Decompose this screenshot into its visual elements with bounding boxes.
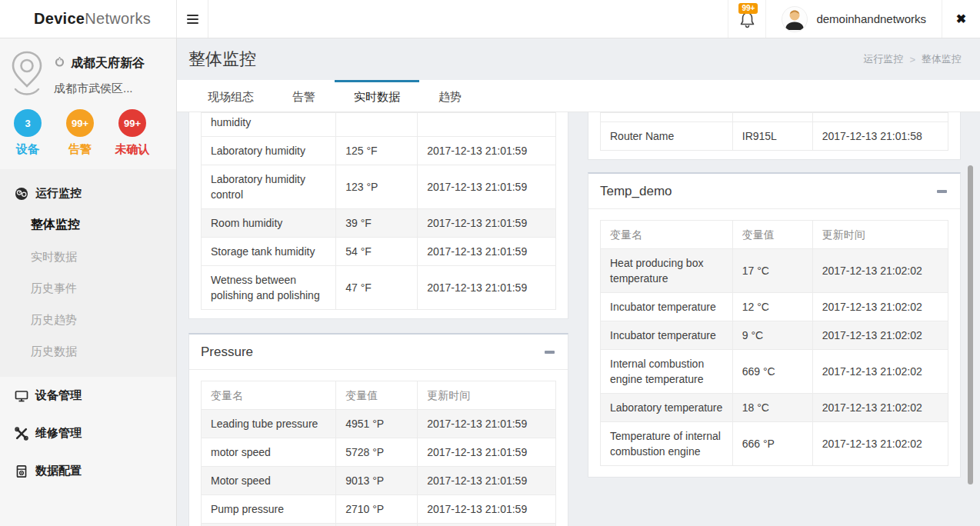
sidebar-item-history-events[interactable]: 历史事件 xyxy=(0,273,176,305)
devices-label: 设备 xyxy=(10,142,45,157)
sidebar-item-operation-monitoring[interactable]: 运行监控 xyxy=(0,180,176,208)
nav-parent-label: 运行监控 xyxy=(35,186,82,201)
nav-item-label: 维修管理 xyxy=(35,426,82,441)
var-time-cell: 2017-12-13 21:02:02 xyxy=(812,293,948,321)
left-column: humidityLaboratory humidity125 °F2017-12… xyxy=(188,112,568,526)
collapse-button[interactable] xyxy=(935,185,948,198)
clipped-row: humidity xyxy=(202,113,556,137)
column-header: 变量值 xyxy=(732,221,812,249)
tab-realtime-data[interactable]: 实时数据 xyxy=(335,80,419,112)
var-time-cell: 2017-12-13 21:01:59 xyxy=(418,467,556,495)
tab-bar: 现场组态 告警 实时数据 趋势 xyxy=(177,80,980,112)
stat-unconfirmed: 99+ 未确认 xyxy=(115,109,150,157)
breadcrumb-operation-monitoring[interactable]: 运行监控 xyxy=(863,52,903,66)
vertical-scrollbar-thumb[interactable] xyxy=(968,165,973,484)
sidebar-item-history-trends[interactable]: 历史趋势 xyxy=(0,305,176,336)
right-column: Router NameIR915L2017-12-13 21:01:58 Tem… xyxy=(588,112,961,526)
minus-icon xyxy=(937,190,947,193)
pressure-card-title: Pressure xyxy=(201,345,253,360)
var-name-cell: Heat producing box temperature xyxy=(601,249,733,293)
var-time-cell: 2017-12-13 21:01:59 xyxy=(418,165,556,209)
page-title: 整体监控 xyxy=(188,48,256,71)
column-header: 变量名 xyxy=(601,221,733,249)
logo-text-light: Networks xyxy=(85,10,151,28)
table-row: Laboratory humidity125 °F2017-12-13 21:0… xyxy=(202,137,556,165)
alarms-label: 告警 xyxy=(62,142,98,157)
var-value-cell: 17 °C xyxy=(732,249,812,293)
sidebar-item-data-configuration[interactable]: 数据配置 xyxy=(0,452,176,490)
var-name-cell: Incubator temperature xyxy=(601,293,733,321)
router-card: Router NameIR915L2017-12-13 21:01:58 xyxy=(588,112,961,160)
sidebar-item-overall-monitoring[interactable]: 整体监控 xyxy=(0,208,176,241)
page-header: 整体监控 运行监控 > 整体监控 xyxy=(177,38,980,80)
var-time-cell: 2017-12-13 21:02:02 xyxy=(812,321,948,350)
table-row: Storage tank humidity54 °F2017-12-13 21:… xyxy=(202,238,556,266)
location-pin-icon xyxy=(5,48,49,102)
notifications-button[interactable]: 99+ xyxy=(728,0,766,38)
var-name-cell: Laboratory humidity control xyxy=(202,165,336,209)
pressure-table: 变量名变量值更新时间Leading tube pressure4951 °P20… xyxy=(189,370,568,526)
var-time-cell: 2017-12-13 21:01:59 xyxy=(418,495,556,524)
var-name-cell: Temperature of internal combustion engin… xyxy=(601,422,733,466)
var-time-cell: 2017-12-13 21:01:59 xyxy=(418,438,556,467)
tab-site-configuration[interactable]: 现场组态 xyxy=(188,80,273,112)
sidebar-item-realtime-data[interactable]: 实时数据 xyxy=(0,241,176,273)
table-row: Pump pressure2710 °P2017-12-13 21:01:59 xyxy=(202,495,556,524)
table-row: Wetness between polishing and polishing4… xyxy=(202,266,556,310)
unconfirmed-count-badge: 99+ xyxy=(118,109,146,137)
menu-toggle-button[interactable] xyxy=(177,0,208,38)
var-time-cell: 2017-12-13 21:01:58 xyxy=(812,122,948,151)
table-row: Router NameIR915L2017-12-13 21:01:58 xyxy=(601,122,948,151)
var-time-cell: 2017-12-13 21:01:59 xyxy=(418,410,556,438)
table-header-row: 变量名变量值更新时间 xyxy=(601,221,948,249)
sidebar-item-device-management[interactable]: 设备管理 xyxy=(0,377,176,414)
humidity-card: humidityLaboratory humidity125 °F2017-12… xyxy=(188,112,568,319)
sidebar-nav: 运行监控 整体监控 实时数据 历史事件 历史趋势 历史数据 设备管理 xyxy=(0,169,176,490)
var-name-cell: motor speed xyxy=(202,438,336,467)
var-time-cell: 2017-12-13 21:02:02 xyxy=(812,249,948,293)
var-value-cell: 9013 °P xyxy=(336,467,418,495)
close-button[interactable]: ✖ xyxy=(942,0,980,38)
var-time-cell: 2017-12-13 21:02:02 xyxy=(812,394,948,422)
hamburger-icon xyxy=(187,15,198,16)
table-row: Laboratory temperature18 °C2017-12-13 21… xyxy=(601,394,948,422)
var-value-cell: 18 °C xyxy=(732,394,812,422)
unconfirmed-label: 未确认 xyxy=(115,142,150,157)
tab-alarms[interactable]: 告警 xyxy=(273,80,335,112)
var-name-cell: Router Name xyxy=(601,122,733,151)
breadcrumb: 运行监控 > 整体监控 xyxy=(863,52,962,66)
variables-table: humidityLaboratory humidity125 °F2017-12… xyxy=(201,112,556,310)
main-area: 整体监控 运行监控 > 整体监控 现场组态 告警 实时数据 趋势 humidit… xyxy=(177,38,980,526)
table-row: motor speed5728 °P2017-12-13 21:01:59 xyxy=(202,438,556,467)
var-name-cell: Laboratory temperature xyxy=(601,394,733,422)
bell-icon xyxy=(739,12,755,32)
monitor-icon xyxy=(15,389,28,403)
table-row: Incubator temperature9 °C2017-12-13 21:0… xyxy=(601,321,948,350)
tools-icon xyxy=(15,427,28,441)
var-value-cell: IR915L xyxy=(732,122,812,151)
tab-trends[interactable]: 趋势 xyxy=(419,80,481,112)
server-icon xyxy=(15,464,28,478)
logo-text-bold: Device xyxy=(34,10,85,28)
column-header: 变量名 xyxy=(202,381,336,410)
sidebar-item-maintenance-management[interactable]: 维修管理 xyxy=(0,414,176,452)
temp-demo-card-header: Temp_demo xyxy=(588,174,960,209)
table-row: Heat producing box temperature17 °C2017-… xyxy=(601,249,948,293)
username-label: demoinhandnetworks xyxy=(816,12,926,25)
power-status-icon xyxy=(54,56,65,71)
breadcrumb-separator: > xyxy=(909,54,915,65)
user-menu[interactable]: demoinhandnetworks xyxy=(766,0,942,38)
var-name-cell: Room humidity xyxy=(202,209,336,238)
pressure-card-header: Pressure xyxy=(189,335,568,370)
var-name-cell: Incubator temperature xyxy=(601,321,733,350)
column-header: 更新时间 xyxy=(418,381,556,410)
var-name-cell: Wetness between polishing and polishing xyxy=(202,266,336,310)
column-header: 更新时间 xyxy=(812,221,948,249)
site-name[interactable]: 成都天府新谷 xyxy=(71,55,145,72)
var-time-cell: 2017-12-13 21:02:02 xyxy=(812,350,948,394)
sidebar-item-history-data[interactable]: 历史数据 xyxy=(0,336,176,368)
var-value-cell: 47 °F xyxy=(336,266,418,310)
top-bar: DeviceNetworks 99+ demoinhandnetworks ✖ xyxy=(0,0,980,38)
humidity-table: humidityLaboratory humidity125 °F2017-12… xyxy=(189,112,568,318)
collapse-button[interactable] xyxy=(542,346,556,358)
